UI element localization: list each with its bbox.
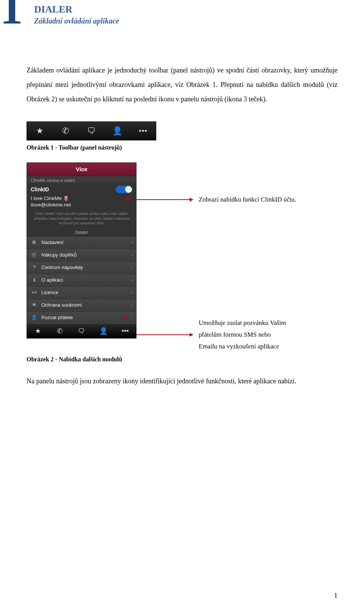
love-sub: ilove@clinkme.net: [31, 202, 71, 208]
eye-icon: 👁: [31, 302, 38, 308]
clinkid-label: ClinkID: [31, 186, 116, 192]
callout-1: Zobrazí nabídku funkcí ClinkID účtu.: [199, 196, 296, 203]
chapter-subtitle: Základní ovládání aplikace: [34, 17, 337, 25]
row-about-label: O aplikaci: [41, 277, 131, 283]
chevron-icon: ›: [131, 290, 132, 295]
person-icon[interactable]: 👤: [104, 126, 130, 136]
row-privacy[interactable]: 👁 Ochrana soukromí ›: [27, 299, 136, 311]
star-icon[interactable]: ★: [27, 324, 49, 338]
chevron-icon: ›: [131, 315, 132, 320]
recent-icon[interactable]: ✆: [53, 126, 78, 136]
callout-dot-2: [124, 316, 128, 319]
callout-dot-1: [126, 197, 129, 200]
body-paragraph-1: Základem ovládání aplikace je jednoduchý…: [27, 63, 337, 106]
row-privacy-label: Ochrana soukromí: [41, 302, 131, 308]
chapter-title: DIALER: [34, 4, 337, 15]
invite-icon: 👤: [31, 315, 38, 320]
callout-2-line3: Emailu na vyzkoušení aplikace: [199, 341, 286, 353]
more-footer-toolbar: ★ ✆ 🗨 👤 •••: [27, 324, 136, 338]
chevron-icon: ›: [131, 277, 132, 283]
chapter-number: 1: [0, 0, 23, 31]
row-purchases[interactable]: 🛒 Nákupy doplňků ›: [27, 249, 136, 261]
figure-2-more-screen: Více ClinkMe zprávy a volání ClinkID I l…: [27, 162, 136, 339]
arrow-icon: [190, 333, 193, 337]
chevron-icon: ›: [131, 252, 132, 258]
row-license[interactable]: 👓 Licence ›: [27, 286, 136, 299]
row-settings-label: Nastavení: [41, 239, 131, 245]
row-purchases-label: Nákupy doplňků: [41, 252, 131, 258]
cart-icon: 🛒: [31, 252, 38, 258]
callout-2-line1: Umožňuje zaslat pozvánku Vašim: [199, 317, 286, 329]
arrow-icon: [190, 198, 193, 202]
love-label: I love ClinkMe: [31, 195, 62, 201]
more-section-2: Ostatní: [27, 228, 136, 236]
person-icon[interactable]: 👤: [93, 324, 115, 338]
love-row[interactable]: I love ClinkMe 🌷: [27, 194, 136, 202]
chat-icon[interactable]: 🗨: [78, 126, 104, 136]
row-settings[interactable]: ⚙ Nastavení ›: [27, 236, 136, 249]
page-number: 1: [334, 592, 337, 600]
chevron-icon: ›: [131, 302, 132, 308]
row-license-label: Licence: [41, 290, 131, 295]
glasses-icon: 👓: [31, 290, 38, 295]
body-paragraph-2: Na panelu nástrojů jsou zobrazeny ikony …: [27, 374, 337, 389]
more-icon[interactable]: •••: [114, 324, 136, 338]
gear-icon: ⚙: [31, 239, 38, 245]
chat-icon[interactable]: 🗨: [71, 324, 93, 338]
row-help-label: Centrum nápovědy: [41, 265, 131, 270]
recent-icon[interactable]: ✆: [49, 324, 71, 338]
row-invite[interactable]: 👤 Pozvat přátele ›: [27, 311, 136, 324]
callout-2: Umožňuje zaslat pozvánku Vašim přátelům …: [199, 317, 286, 352]
help-icon: ?: [31, 265, 38, 270]
clinkid-note: Účet ClinkID Vám umožní zasílat zprávy n…: [27, 210, 136, 228]
more-section-1: ClinkMe zprávy a volání: [27, 176, 136, 183]
star-icon[interactable]: ★: [27, 126, 53, 136]
tulip-icon: 🌷: [63, 195, 69, 201]
more-icon[interactable]: •••: [130, 126, 156, 136]
row-invite-label: Pozvat přátele: [41, 315, 124, 320]
chevron-icon: ›: [131, 240, 132, 245]
row-about[interactable]: ℹ O aplikaci ›: [27, 274, 136, 286]
figure-2-caption: Obrázek 2 - Nabídka dalších modulů: [27, 356, 337, 363]
chevron-icon: ›: [131, 265, 132, 270]
info-icon: ℹ: [31, 277, 38, 283]
more-header: Více: [27, 163, 136, 176]
figure-1-caption: Obrázek 1 - Toolbar (panel nástrojů): [27, 144, 337, 151]
callout-2-line2: přátelům formou SMS nebo: [199, 329, 286, 341]
figure-1-toolbar: ★ ✆ 🗨 👤 •••: [27, 121, 156, 140]
row-help[interactable]: ? Centrum nápovědy ›: [27, 261, 136, 274]
clinkid-toggle[interactable]: [116, 186, 132, 193]
